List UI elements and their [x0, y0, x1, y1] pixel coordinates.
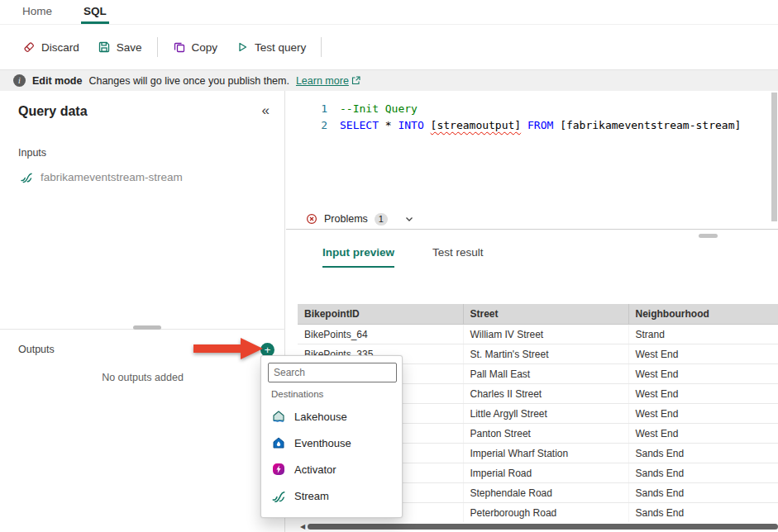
- table-cell: West End: [628, 344, 778, 364]
- table-cell: Imperial Wharf Station: [463, 444, 628, 463]
- line-number: 1: [286, 101, 327, 117]
- table-cell: Sands End: [628, 444, 778, 463]
- copy-label: Copy: [192, 41, 218, 54]
- menu-item-label: Stream: [294, 490, 329, 502]
- discard-button[interactable]: Discard: [13, 34, 88, 60]
- tab-test-result[interactable]: Test result: [432, 246, 484, 268]
- inputs-section-label: Inputs: [18, 147, 46, 159]
- table-cell: Strand: [628, 325, 778, 344]
- code-line[interactable]: 2SELECT * INTO [streamoutput] FROM [fabr…: [286, 117, 766, 134]
- menu-item-eventhouse[interactable]: Eventhouse: [261, 430, 402, 456]
- menu-item-activator[interactable]: Activator: [261, 456, 402, 482]
- menu-item-label: Activator: [294, 463, 336, 476]
- copy-icon: [173, 40, 186, 54]
- search-input[interactable]: [268, 363, 397, 382]
- column-header: BikepointID: [298, 304, 463, 325]
- play-icon: [236, 40, 249, 54]
- stream-icon: [271, 488, 286, 503]
- lakehouse-icon: [271, 409, 286, 424]
- column-header: Street: [463, 304, 628, 325]
- destinations-section-label: Destinations: [271, 389, 392, 399]
- plus-icon: +: [265, 344, 271, 355]
- table-cell: Charles II Street: [463, 384, 628, 404]
- column-header: Neighbourhood: [628, 304, 778, 325]
- input-item-fabrikameventstream[interactable]: fabrikameventstream-stream: [20, 170, 183, 183]
- info-icon: i: [13, 74, 26, 87]
- table-cell: West End: [628, 404, 778, 424]
- copy-button[interactable]: Copy: [164, 34, 227, 60]
- table-cell: William IV Street: [463, 325, 628, 344]
- problems-expand-chevron[interactable]: [404, 214, 414, 224]
- discard-eraser-icon: [22, 40, 36, 54]
- horizontal-scrollbar-thumb[interactable]: [308, 524, 778, 530]
- test-query-label: Test query: [255, 41, 306, 54]
- code-line[interactable]: 1--Init Query: [286, 101, 766, 117]
- save-button[interactable]: Save: [88, 34, 151, 60]
- menu-item-label: Lakehouse: [294, 411, 347, 423]
- tab-input-preview[interactable]: Input preview: [322, 246, 394, 268]
- save-label: Save: [117, 41, 142, 54]
- tab-sql[interactable]: SQL: [81, 0, 109, 24]
- table-row: BikePoints_64William IV StreetStrand: [298, 325, 778, 344]
- table-cell: Stephendale Road: [463, 483, 628, 503]
- activator-icon: [271, 462, 286, 477]
- table-cell: Sands End: [628, 463, 778, 483]
- banner-message: Changes will go live once you publish th…: [88, 75, 289, 87]
- menu-item-stream[interactable]: Stream: [261, 482, 402, 509]
- table-cell: Sands End: [628, 483, 778, 503]
- toolbar-divider: [321, 37, 322, 57]
- code-text: SELECT * INTO [streamoutput] FROM [fabri…: [327, 117, 741, 134]
- save-floppy-icon: [98, 40, 111, 54]
- table-cell: St. Martin's Street: [463, 344, 628, 364]
- learn-more-link[interactable]: Learn more: [296, 75, 360, 87]
- scroll-left-button[interactable]: ◀: [298, 523, 308, 530]
- error-circle-icon: [306, 213, 317, 225]
- top-tab-bar: Home SQL: [0, 0, 778, 25]
- table-cell: West End: [628, 424, 778, 444]
- destination-dropdown: Destinations Lakehouse Eventhouse Activa…: [260, 355, 403, 518]
- table-cell: Sands End: [628, 503, 778, 523]
- outputs-section-label: Outputs: [18, 344, 55, 355]
- code-editor[interactable]: 1--Init Query2SELECT * INTO [streamoutpu…: [286, 91, 778, 209]
- results-splitter-handle[interactable]: [699, 234, 718, 238]
- table-cell: BikePoints_64: [298, 325, 463, 344]
- line-number: 2: [286, 117, 327, 134]
- collapse-panel-button[interactable]: «: [262, 102, 270, 119]
- table-cell: Pall Mall East: [463, 364, 628, 384]
- outputs-empty-text: No outputs added: [0, 372, 285, 383]
- problems-count-badge: 1: [375, 213, 388, 226]
- annotation-arrow: [193, 336, 263, 363]
- menu-item-lakehouse[interactable]: Lakehouse: [261, 403, 402, 430]
- stream-icon: [20, 170, 33, 183]
- table-cell: Imperial Road: [463, 463, 628, 483]
- eventhouse-icon: [271, 435, 286, 450]
- discard-label: Discard: [41, 41, 79, 54]
- table-cell: West End: [628, 384, 778, 404]
- test-query-button[interactable]: Test query: [227, 34, 315, 60]
- tab-home[interactable]: Home: [20, 0, 55, 24]
- input-item-label: fabrikameventstream-stream: [41, 171, 183, 183]
- problems-label: Problems: [324, 213, 368, 225]
- query-data-panel: Query data « Inputs fabrikameventstream-…: [0, 91, 285, 532]
- learn-more-label: Learn more: [296, 75, 349, 87]
- menu-item-label: Eventhouse: [294, 437, 351, 449]
- panel-splitter-handle[interactable]: [133, 325, 161, 330]
- table-cell: Peterborough Road: [463, 503, 628, 523]
- preview-table-head-row: BikepointIDStreetNeighbourhood: [298, 304, 778, 325]
- table-cell: West End: [628, 364, 778, 384]
- table-cell: Little Argyll Street: [463, 404, 628, 424]
- problems-bar: Problems 1: [286, 209, 778, 230]
- banner-title: Edit mode: [32, 75, 82, 87]
- table-cell: Panton Street: [463, 424, 628, 444]
- panel-title: Query data: [18, 104, 88, 119]
- edit-mode-banner: i Edit mode Changes will go live once yo…: [0, 69, 778, 91]
- toolbar-divider: [157, 37, 158, 57]
- external-link-icon: [351, 76, 360, 85]
- toolbar: Discard Save Copy Test query: [0, 25, 778, 69]
- horizontal-scrollbar: ◀: [298, 522, 778, 531]
- app: Home SQL Discard Save Copy Tes: [0, 0, 778, 532]
- results-tabs: Input preview Test result: [322, 246, 484, 268]
- code-text: --Init Query: [327, 101, 418, 117]
- editor-vertical-scrollbar[interactable]: [771, 93, 777, 221]
